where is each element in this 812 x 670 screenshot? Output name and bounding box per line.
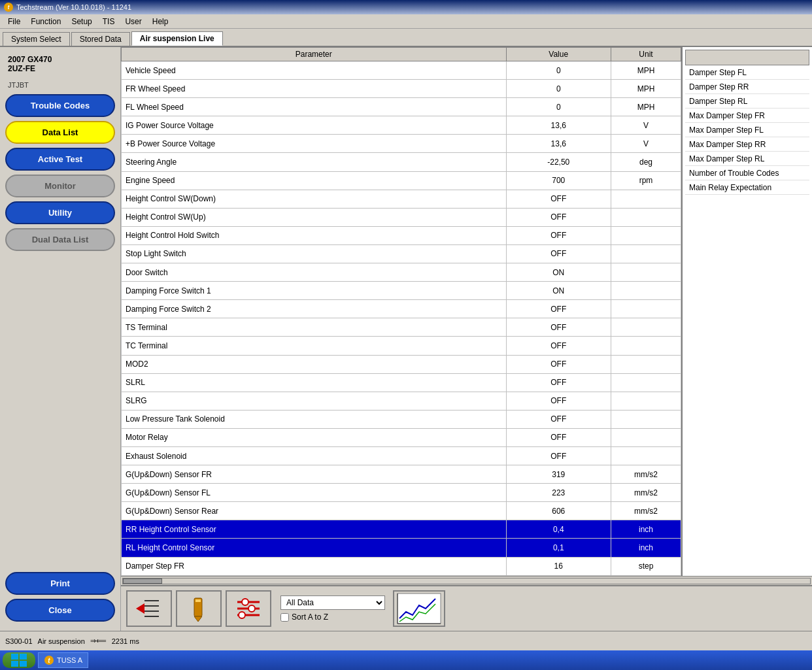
side-column: Damper Step FLDamper Step RRDamper Step … [681,47,812,576]
table-row[interactable]: Damper Step FR16step [122,557,681,575]
table-row[interactable]: FR Wheel Speed0MPH [122,80,681,98]
scrollbar-thumb[interactable] [123,578,162,584]
active-test-button[interactable]: Active Test [5,148,115,171]
sort-checkbox[interactable] [280,613,289,622]
table-row[interactable]: Damping Force Switch 1ON [122,282,681,300]
table-row[interactable]: G(Up&Down) Sensor FL223mm/s2 [122,484,681,502]
taskbar-app-item[interactable]: t TUSS A [38,652,88,668]
menu-user[interactable]: User [120,16,146,27]
table-row[interactable]: Vehicle Speed0MPH [122,61,681,80]
svg-rect-17 [11,654,18,660]
table-row[interactable]: MOD2OFF [122,355,681,373]
table-row[interactable]: Low Pressure Tank SolenoidOFF [122,410,681,428]
app-icon: t [4,3,13,12]
table-row[interactable]: SLRGOFF [122,392,681,410]
table-row[interactable]: Steering Angle-22,50deg [122,153,681,171]
cell-unit [611,337,681,355]
cell-unit [611,446,681,465]
close-button[interactable]: Close [5,599,115,622]
trouble-codes-button[interactable]: Trouble Codes [5,94,115,117]
filter-icon [232,595,265,622]
cell-value: 0 [506,61,611,80]
table-row[interactable]: +B Power Source Voltage13,6V [122,135,681,153]
cell-value: -22,50 [506,153,611,171]
table-row[interactable]: G(Up&Down) Sensor FR319mm/s2 [122,465,681,484]
cell-value: 319 [506,465,611,484]
cell-parameter: Door Switch [122,263,507,282]
cell-parameter: Damper Step FR [122,557,507,575]
cell-unit: inch [611,539,681,557]
cell-value: 0 [506,98,611,116]
tab-system-select[interactable]: System Select [3,32,70,46]
cell-unit [611,226,681,244]
table-row[interactable]: Door SwitchON [122,263,681,282]
table-row[interactable]: Engine Speed700rpm [122,171,681,190]
side-col-row: Max Damper Step RR [685,137,809,152]
status-system: Air suspension [38,637,85,645]
cell-unit [611,208,681,226]
cell-unit [611,190,681,208]
chart-button[interactable] [393,590,445,627]
data-list-button[interactable]: Data List [5,121,115,144]
svg-point-13 [239,612,245,618]
menu-function[interactable]: Function [25,16,66,27]
cell-parameter: TC Terminal [122,337,507,355]
tab-bar: System Select Stored Data Air suspension… [0,29,812,47]
svg-rect-20 [20,661,27,667]
scrollbar-track[interactable] [122,578,811,584]
cell-value: OFF [506,226,611,244]
tab-stored-data[interactable]: Stored Data [71,32,130,46]
edit-button[interactable] [176,590,222,627]
table-row[interactable]: Height Control SW(Up)OFF [122,208,681,226]
monitor-button[interactable]: Monitor [5,175,115,197]
table-row[interactable]: Stop Light SwitchOFF [122,244,681,263]
table-row[interactable]: SLRLOFF [122,373,681,392]
table-row[interactable]: Height Control SW(Down)OFF [122,190,681,208]
cell-value: OFF [506,318,611,337]
table-row[interactable]: Height Control Hold SwitchOFF [122,226,681,244]
cell-parameter: Height Control Hold Switch [122,226,507,244]
table-row[interactable]: TS TerminalOFF [122,318,681,337]
data-table: Parameter Value Unit Vehicle Speed0MPHFR… [121,47,681,576]
cell-unit: mm/s2 [611,465,681,484]
menu-setup[interactable]: Setup [66,16,97,27]
data-filter-select[interactable]: All Data [280,595,385,610]
side-col-row: Max Damper Step RL [685,152,809,166]
tab-air-suspension-live[interactable]: Air suspension Live [131,31,223,46]
table-row[interactable]: RR Height Control Sensor0,4inch [122,520,681,539]
table-row[interactable]: G(Up&Down) Sensor Rear606mm/s2 [122,502,681,520]
cell-value: 16 [506,557,611,575]
dual-data-list-button[interactable]: Dual Data List [5,228,115,251]
table-row[interactable]: FL Wheel Speed0MPH [122,98,681,116]
filter-button[interactable] [226,590,271,627]
table-row[interactable]: Motor RelayOFF [122,428,681,446]
cell-parameter: G(Up&Down) Sensor Rear [122,502,507,520]
cell-value: 0,4 [506,520,611,539]
export-button[interactable] [126,590,172,627]
menu-file[interactable]: File [3,16,25,27]
cell-unit: MPH [611,80,681,98]
cell-parameter: G(Up&Down) Sensor FR [122,465,507,484]
table-row[interactable]: TC TerminalOFF [122,337,681,355]
table-row[interactable]: IG Power Source Voltage13,6V [122,116,681,135]
table-container[interactable]: Parameter Value Unit Vehicle Speed0MPHFR… [121,47,812,576]
utility-button[interactable]: Utility [5,201,115,224]
cell-parameter: Exhaust Solenoid [122,446,507,465]
table-row[interactable]: Exhaust SolenoidOFF [122,446,681,465]
start-button[interactable] [3,652,35,668]
menu-help[interactable]: Help [147,16,174,27]
cell-value: ON [506,263,611,282]
table-row[interactable]: Damping Force Switch 2OFF [122,300,681,318]
horizontal-scrollbar[interactable] [121,576,812,585]
svg-marker-6 [194,616,202,622]
svg-rect-14 [398,594,441,624]
cell-parameter: TS Terminal [122,318,507,337]
vehicle-engine: 2UZ-FE [8,64,35,73]
side-col-row: Main Relay Expectation [685,180,809,195]
table-row[interactable]: RL Height Control Sensor0,1inch [122,539,681,557]
menu-tis[interactable]: TIS [97,16,120,27]
cell-parameter: SLRG [122,392,507,410]
print-button[interactable]: Print [5,572,115,595]
side-col-row: Damper Step RR [685,80,809,94]
svg-rect-18 [20,654,27,660]
